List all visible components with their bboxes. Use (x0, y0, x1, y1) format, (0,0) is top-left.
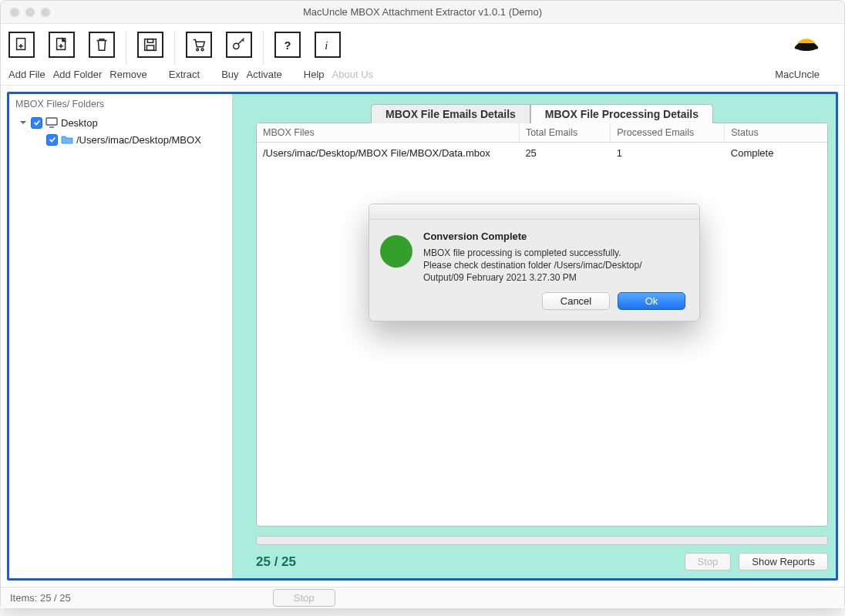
add-folder-button[interactable] (49, 32, 75, 58)
label-add-folder: Add Folder (53, 69, 103, 80)
bottom-row: 25 / 25 Stop Show Reports (256, 553, 828, 571)
dialog-message-2: Please check destination folder /Users/i… (423, 259, 641, 271)
svg-point-10 (795, 46, 798, 49)
th-processed: Processed Emails (611, 123, 725, 143)
show-reports-button[interactable]: Show Reports (739, 553, 828, 571)
dialog-message-1: MBOX file processing is completed succes… (423, 247, 641, 259)
cell-processed: 1 (611, 143, 725, 164)
tab-processing-details[interactable]: MBOX File Processing Details (530, 104, 713, 123)
cell-total: 25 (519, 143, 610, 164)
toolbar-labels: Add File Add Folder Remove Extract Buy A… (1, 64, 844, 86)
stop-button: Stop (685, 553, 732, 571)
root-checkbox[interactable] (31, 117, 42, 129)
svg-point-5 (197, 49, 199, 51)
cell-file: /Users/imac/Desktop/MBOX File/MBOX/Data.… (257, 143, 519, 164)
dialog-ok-button[interactable]: Ok (618, 292, 685, 310)
activate-button[interactable] (226, 32, 252, 58)
brand-logo (792, 30, 821, 59)
main-frame: MBOX Files/ Folders Desktop (7, 92, 838, 581)
th-status: Status (725, 123, 827, 143)
file-tree: Desktop /Users/imac/Desktop/MBOX (9, 114, 232, 148)
statusbar: Items: 25 / 25 Stop (1, 587, 844, 608)
child-checkbox[interactable] (46, 134, 58, 146)
brand-name: MacUncle (775, 69, 820, 80)
svg-rect-3 (147, 39, 153, 43)
trash-icon (93, 36, 110, 53)
add-folder-icon (53, 36, 70, 53)
help-button[interactable]: ? (274, 32, 301, 58)
cell-status: Complete (725, 143, 827, 164)
desktop-icon (45, 116, 58, 129)
processing-table: MBOX Files Total Emails Processed Emails… (256, 123, 828, 527)
label-about-us: About Us (332, 69, 373, 80)
label-help: Help (304, 69, 325, 80)
app-window: MacUncle MBOX Attachment Extractor v1.0.… (0, 0, 845, 609)
content: MBOX Files/ Folders Desktop (1, 86, 844, 587)
extract-button[interactable] (137, 32, 163, 58)
th-files: MBOX Files (257, 123, 519, 143)
add-file-icon (13, 36, 30, 53)
th-total: Total Emails (519, 123, 610, 143)
svg-rect-4 (146, 45, 153, 50)
dialog-cancel-button[interactable]: Cancel (542, 292, 610, 310)
main-panel: MBOX File Emails Details MBOX File Proce… (233, 94, 836, 578)
success-icon (380, 235, 412, 268)
table-row: /Users/imac/Desktop/MBOX File/MBOX/Data.… (257, 143, 827, 164)
tree-root-row[interactable]: Desktop (9, 114, 232, 131)
macuncle-logo-icon (792, 30, 821, 59)
svg-text:i: i (325, 39, 328, 52)
svg-point-6 (201, 49, 204, 51)
folder-icon (61, 133, 73, 146)
progress-bar (256, 536, 828, 545)
svg-text:?: ? (284, 39, 291, 52)
buy-button[interactable] (186, 32, 212, 58)
window-title: MacUncle MBOX Attachment Extractor v1.0.… (1, 6, 844, 18)
child-label: /Users/imac/Desktop/MBOX (76, 134, 201, 146)
label-remove: Remove (109, 69, 146, 80)
dialog-message-3: Output/09 February 2021 3.27.30 PM (423, 271, 641, 284)
tree-child-row[interactable]: /Users/imac/Desktop/MBOX (9, 131, 232, 148)
save-icon (142, 36, 159, 53)
add-file-button[interactable] (8, 32, 35, 58)
conversion-complete-dialog: Conversion Complete MBOX file processing… (369, 204, 700, 321)
svg-point-11 (815, 46, 818, 49)
toolbar: ? i (1, 24, 844, 64)
root-label: Desktop (61, 117, 98, 129)
progress-counter: 25 / 25 (256, 554, 296, 570)
svg-rect-12 (46, 118, 57, 125)
dialog-title: Conversion Complete (423, 231, 641, 242)
status-stop-button: Stop (273, 589, 335, 607)
key-icon (231, 36, 247, 53)
remove-button[interactable] (89, 32, 115, 58)
help-icon: ? (279, 36, 296, 53)
titlebar: MacUncle MBOX Attachment Extractor v1.0.… (1, 1, 844, 24)
chevron-down-icon[interactable] (19, 118, 28, 127)
sidebar: MBOX Files/ Folders Desktop (9, 94, 233, 578)
status-items: Items: 25 / 25 (10, 592, 71, 604)
info-icon: i (319, 36, 336, 53)
label-extract: Extract (169, 69, 200, 80)
label-add-file: Add File (8, 69, 45, 80)
about-us-button[interactable]: i (315, 32, 341, 58)
dialog-titlebar (369, 204, 699, 220)
sidebar-header: MBOX Files/ Folders (9, 94, 232, 114)
label-activate: Activate (247, 69, 282, 80)
svg-point-7 (234, 43, 239, 49)
cart-icon (190, 36, 207, 53)
label-buy: Buy (221, 69, 238, 80)
tabs: MBOX File Emails Details MBOX File Proce… (256, 103, 828, 123)
tab-emails-details[interactable]: MBOX File Emails Details (371, 104, 530, 123)
